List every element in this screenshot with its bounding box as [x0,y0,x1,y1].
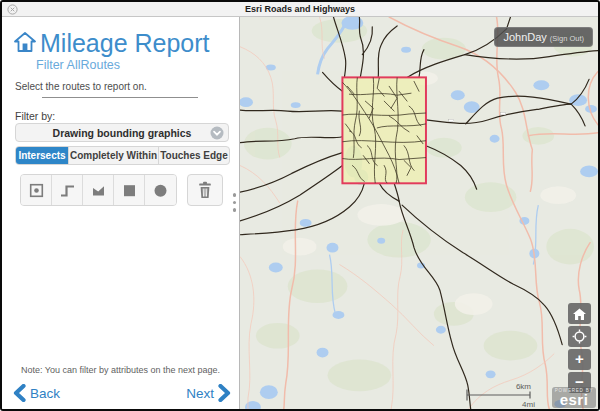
point-icon [28,182,45,199]
home-extent-button[interactable] [568,303,591,324]
zoom-in-button[interactable]: + [568,349,591,370]
esri-logo: POWERED BY esri [552,387,596,408]
user-name: JohnDay [503,31,546,43]
draw-circle-button[interactable] [145,175,176,205]
user-sign-out-button[interactable]: JohnDay (Sign Out) [494,27,593,47]
map-controls: + − [568,303,591,393]
page-title: Mileage Report [40,29,210,58]
window-title: Esri Roads and Highways [2,4,598,14]
locate-icon [572,329,587,344]
page-subtitle: Filter AllRoutes [36,58,120,72]
mileage-report-panel: Mileage Report Filter AllRoutes Select t… [2,17,240,409]
polygon-icon [90,182,107,199]
next-label: Next [186,386,214,401]
draw-polygon-button[interactable] [83,175,114,205]
tab-intersects[interactable]: Intersects [16,147,69,164]
dropdown-selected-value: Drawing bounding graphics [53,127,192,139]
trash-icon [197,181,213,199]
home-icon [573,308,586,320]
home-widget-icon [14,32,36,56]
chevron-down-icon [210,126,224,144]
chevron-right-icon [218,384,231,402]
esri-brand-label: esri [554,393,594,406]
sign-out-label: (Sign Out) [550,34,584,43]
panel-resize-handle[interactable] [233,193,237,212]
draw-tools-group [20,174,177,206]
spatial-relation-tabs: Intersects Completely Within Touches Edg… [15,146,230,165]
clear-graphics-button[interactable] [187,174,223,206]
instruction-text: Select the routes to report on. [15,81,147,92]
map-canvas[interactable]: JohnDay (Sign Out) + − [240,17,598,409]
polyline-icon [59,182,76,199]
close-icon[interactable] [7,4,18,15]
app-window: Esri Roads and Highways Mileage Report F… [0,0,600,411]
rectangle-icon [121,182,138,199]
note-text: Note: You can filter by attributes on th… [2,365,239,375]
draw-point-button[interactable] [21,175,52,205]
tab-touches-edge[interactable]: Touches Edge [159,147,229,164]
back-label: Back [30,386,60,401]
basemap [240,17,598,409]
filter-by-label: Filter by: [15,110,55,122]
next-button[interactable]: Next [186,384,231,402]
chevron-left-icon [13,384,26,402]
title-bar: Esri Roads and Highways [2,2,598,17]
nav-row: Back Next [2,380,239,402]
draw-rectangle-button[interactable] [114,175,145,205]
filter-method-dropdown[interactable]: Drawing bounding graphics [15,123,229,142]
circle-icon [152,182,169,199]
divider [42,97,198,98]
tab-completely-within[interactable]: Completely Within [69,147,159,164]
back-button[interactable]: Back [13,384,60,402]
locate-button[interactable] [568,326,591,347]
draw-polyline-button[interactable] [52,175,83,205]
